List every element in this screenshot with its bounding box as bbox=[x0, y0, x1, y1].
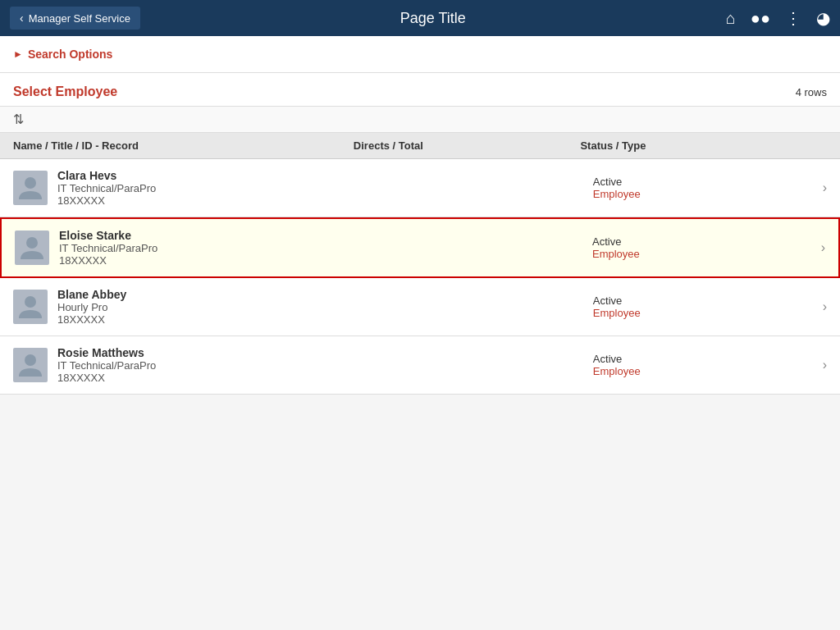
row-chevron-icon: › bbox=[807, 358, 827, 372]
rows-count: 4 rows bbox=[796, 86, 827, 98]
more-options-icon[interactable]: ⋮ bbox=[785, 8, 801, 28]
employee-status: Active Employee bbox=[593, 176, 807, 200]
header: ‹ Manager Self Service Page Title ⌂ ●● ⋮… bbox=[0, 0, 840, 36]
employee-title: IT Technical/ParaPro bbox=[57, 182, 379, 194]
back-arrow-icon: ‹ bbox=[20, 11, 24, 25]
employee-avatar bbox=[13, 290, 48, 324]
employee-title: IT Technical/ParaPro bbox=[57, 359, 379, 372]
row-chevron-icon: › bbox=[807, 180, 827, 195]
employee-id: 18XXXXX bbox=[57, 313, 379, 326]
compass-icon[interactable]: ◕ bbox=[816, 8, 830, 28]
employee-info: Blane Abbey Hourly Pro 18XXXXX bbox=[57, 288, 379, 326]
select-employee-title: Select Employee bbox=[13, 84, 117, 99]
employee-row[interactable]: Clara Hevs IT Technical/ParaPro 18XXXXX … bbox=[0, 159, 840, 217]
col-header-name: Name / Title / ID - Record bbox=[13, 139, 354, 152]
back-button[interactable]: ‹ Manager Self Service bbox=[10, 7, 140, 30]
search-options-bar[interactable]: ► Search Options bbox=[0, 36, 840, 73]
status-active-label: Active bbox=[593, 294, 807, 307]
col-header-directs: Directs / Total bbox=[354, 139, 581, 152]
employee-row[interactable]: Blane Abbey Hourly Pro 18XXXXX Active Em… bbox=[0, 278, 840, 336]
employee-row[interactable]: Rosie Matthews IT Technical/ParaPro 18XX… bbox=[0, 336, 840, 395]
status-type-label: Employee bbox=[592, 248, 806, 260]
employee-id: 18XXXXX bbox=[57, 372, 379, 384]
employee-name: Rosie Matthews bbox=[57, 346, 379, 359]
select-employee-header: Select Employee 4 rows bbox=[0, 73, 840, 106]
employee-avatar bbox=[13, 171, 48, 205]
employee-title: IT Technical/ParaPro bbox=[59, 242, 379, 254]
back-label: Manager Self Service bbox=[29, 12, 130, 25]
employee-name: Blane Abbey bbox=[57, 288, 379, 301]
employee-info: Clara Hevs IT Technical/ParaPro 18XXXXX bbox=[57, 169, 379, 207]
employee-avatar bbox=[15, 231, 49, 265]
employee-id: 18XXXXX bbox=[57, 194, 379, 207]
employee-list: Clara Hevs IT Technical/ParaPro 18XXXXX … bbox=[0, 159, 840, 395]
search-options-label: Search Options bbox=[28, 48, 112, 61]
svg-point-0 bbox=[25, 177, 36, 189]
col-header-arrow bbox=[807, 139, 827, 152]
table-header: Name / Title / ID - Record Directs / Tot… bbox=[0, 133, 840, 159]
employee-name: Eloise Starke bbox=[59, 229, 379, 242]
status-active-label: Active bbox=[592, 235, 806, 248]
employee-id: 18XXXXX bbox=[59, 254, 379, 267]
row-chevron-icon: › bbox=[807, 299, 827, 314]
employee-name: Clara Hevs bbox=[57, 169, 379, 182]
svg-point-1 bbox=[26, 237, 38, 249]
status-active-label: Active bbox=[593, 353, 807, 365]
row-chevron-icon: › bbox=[806, 240, 825, 255]
search-options-toggle[interactable]: ► Search Options bbox=[13, 48, 827, 61]
svg-point-3 bbox=[25, 354, 36, 366]
page-title: Page Title bbox=[140, 10, 726, 27]
employee-row[interactable]: Eloise Starke IT Technical/ParaPro 18XXX… bbox=[0, 217, 840, 278]
home-icon[interactable]: ⌂ bbox=[726, 9, 736, 28]
main-content: ► Search Options Select Employee 4 rows … bbox=[0, 36, 840, 395]
employee-avatar bbox=[13, 348, 48, 382]
employee-info: Rosie Matthews IT Technical/ParaPro 18XX… bbox=[57, 346, 379, 384]
header-icons: ⌂ ●● ⋮ ◕ bbox=[726, 8, 830, 28]
status-active-label: Active bbox=[593, 176, 807, 188]
employee-status: Active Employee bbox=[593, 294, 807, 319]
search-options-arrow-icon: ► bbox=[13, 48, 23, 60]
svg-point-2 bbox=[25, 296, 36, 308]
sort-icon[interactable]: ⇅ bbox=[13, 112, 24, 126]
status-type-label: Employee bbox=[593, 365, 807, 377]
employee-status: Active Employee bbox=[592, 235, 806, 260]
employee-title: Hourly Pro bbox=[57, 301, 379, 313]
sort-bar[interactable]: ⇅ bbox=[0, 106, 840, 133]
col-header-status: Status / Type bbox=[580, 139, 807, 152]
status-type-label: Employee bbox=[593, 188, 807, 200]
employee-info: Eloise Starke IT Technical/ParaPro 18XXX… bbox=[59, 229, 379, 267]
status-type-label: Employee bbox=[593, 307, 807, 319]
search-icon[interactable]: ●● bbox=[751, 9, 770, 28]
employee-status: Active Employee bbox=[593, 353, 807, 377]
